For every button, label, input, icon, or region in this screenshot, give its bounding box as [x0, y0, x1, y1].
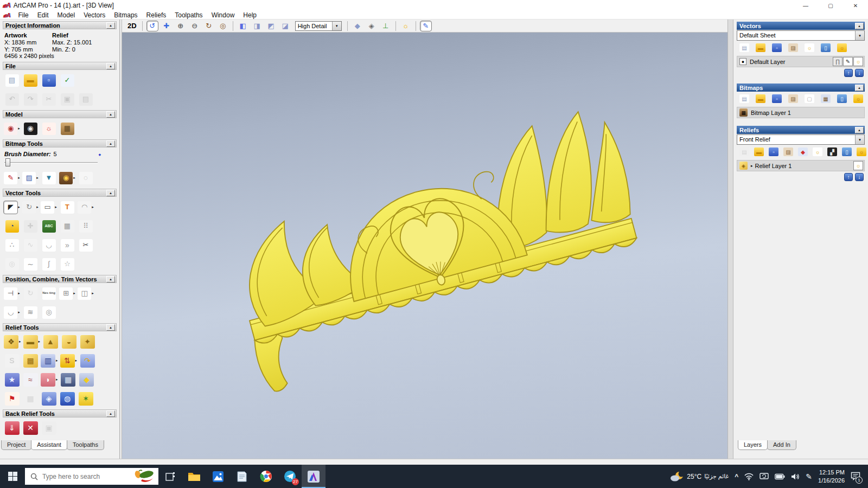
edit-layer-icon[interactable]: ✎	[843, 57, 853, 66]
flyout-arrow-icon[interactable]: ▸	[92, 205, 94, 209]
tab-assistant[interactable]: Assistant	[31, 440, 67, 450]
3d-viewport[interactable]	[122, 33, 727, 459]
delete-bitmap-layer-icon[interactable]: ▯	[836, 93, 848, 104]
transform-vectors-icon[interactable]: ↻▸	[22, 199, 39, 215]
zoom-previous-icon[interactable]: ↻	[202, 20, 215, 32]
pan-view-icon[interactable]: ✚	[160, 20, 173, 32]
move-layer-up-icon[interactable]: ↑	[844, 69, 853, 77]
toggle-sheet-visibility-icon[interactable]: ☼	[803, 42, 815, 53]
weld-vectors-icon[interactable]: ◫▸	[78, 285, 94, 301]
layer-visibility-icon[interactable]: ☼	[853, 57, 863, 66]
node-editing-icon[interactable]: ∴	[4, 237, 20, 253]
pen-icon[interactable]: ✎	[806, 472, 812, 481]
restore-button[interactable]: ▢	[818, 0, 843, 11]
layer-colour-swatch[interactable]: ●	[739, 58, 746, 65]
detail-level-select[interactable]: High Detail ▼	[295, 21, 342, 31]
menu-reliefs[interactable]: Reliefs	[142, 11, 171, 19]
nesting-icon[interactable]: Nes ting	[41, 285, 57, 301]
offset-relief-hex-icon[interactable]: ◆	[79, 371, 95, 388]
telegram-button[interactable]: 27	[278, 465, 302, 488]
greyscale-from-model-icon[interactable]: ◉	[22, 120, 39, 137]
fit-curve-icon[interactable]: ∼	[22, 256, 39, 272]
relief-layer-row[interactable]: ◈ ▸ Relief Layer 1 ☼	[737, 160, 865, 171]
menu-file[interactable]: File	[14, 11, 33, 19]
frame-relief-icon[interactable]: ▦	[22, 390, 39, 407]
notepad-button[interactable]	[230, 465, 254, 488]
relief-envelope-icon[interactable]: ≈	[22, 371, 39, 388]
all-reliefs-visible-icon[interactable]: ☼	[856, 146, 867, 157]
measure-icon[interactable]: ◔	[4, 218, 20, 234]
fluting-icon[interactable]: ≋	[22, 304, 39, 320]
select-vectors-icon[interactable]: ◤▸	[4, 199, 20, 215]
right-splitter[interactable]	[727, 20, 733, 459]
paste-icon[interactable]: ▤	[78, 91, 94, 107]
tab-toolpaths[interactable]: Toolpaths	[67, 440, 104, 450]
lighting-material-icon[interactable]: ☼	[41, 120, 57, 137]
save-bitmap-layer-icon[interactable]: ▫	[771, 93, 783, 104]
close-button[interactable]: ✕	[843, 0, 868, 11]
unwrap-relief-icon[interactable]: ↷	[79, 352, 95, 369]
text-on-curve-icon[interactable]: ↻	[22, 285, 39, 301]
texture-from-image-icon[interactable]: ▦	[59, 120, 75, 137]
model-properties-icon[interactable]: ✓	[59, 72, 75, 88]
save-model-icon[interactable]: ▫	[41, 72, 57, 88]
slider-thumb[interactable]	[5, 158, 10, 166]
vector-layer-row[interactable]: ● Default Layer ∏✎☼	[737, 56, 865, 67]
paste-along-curve-icon[interactable]: ⠿	[78, 218, 94, 234]
chrome-button[interactable]	[254, 465, 278, 488]
collapse-icon[interactable]: ▲	[106, 276, 115, 282]
zoom-objects-icon[interactable]: ◎	[216, 20, 229, 32]
new-model-icon[interactable]: ▤	[4, 72, 20, 88]
collapse-icon[interactable]: ▲	[106, 22, 115, 29]
collapse-icon[interactable]: ▲	[106, 63, 115, 69]
all-bitmaps-visible-icon[interactable]: ☼	[852, 93, 864, 104]
star-relief-icon[interactable]: ★	[4, 371, 20, 388]
expand-arrow-icon[interactable]: ▸	[751, 164, 753, 168]
distort-grid-icon[interactable]: ▦	[59, 218, 75, 234]
chevron-down-icon[interactable]: ▼	[855, 135, 864, 144]
collapse-icon[interactable]: ▲	[855, 85, 864, 91]
move-layer-down-icon[interactable]: ↓	[855, 69, 864, 77]
chevron-down-icon[interactable]: ▼	[332, 22, 341, 30]
join-vectors-icon[interactable]: ◡▸	[4, 304, 20, 320]
light-settings-icon[interactable]: ☼	[399, 20, 412, 32]
new-relief-layer-icon[interactable]: ▤	[738, 146, 750, 157]
flyout-arrow-icon[interactable]: ▸	[18, 205, 20, 209]
open-model-icon[interactable]: ▬	[22, 72, 39, 88]
flyout-arrow-icon[interactable]: ▸	[36, 205, 39, 209]
new-vector-sheet-icon[interactable]: ▤	[738, 42, 750, 53]
tab-layers[interactable]: Layers	[738, 440, 768, 450]
free-sketch-icon[interactable]: ∿	[22, 237, 39, 253]
lock-layer-icon[interactable]: ∏	[833, 57, 843, 66]
isometric-view-2-icon[interactable]: ◨	[251, 20, 264, 32]
align-vectors-icon[interactable]: ⊣▸	[4, 285, 20, 301]
envelope-distort-icon[interactable]: ◠▸	[78, 199, 94, 215]
paint-brush-icon[interactable]: ✎▸	[4, 170, 20, 186]
start-button[interactable]	[0, 465, 25, 488]
merge-vector-layer-icon[interactable]: ▨	[787, 42, 799, 53]
isometric-view-3-icon[interactable]: ◩	[265, 20, 278, 32]
relief-clipart-icon[interactable]: ▥▸	[41, 352, 58, 369]
delete-relief-layer-icon[interactable]: ▯	[841, 146, 853, 157]
flyout-arrow-icon[interactable]: ▸	[18, 310, 20, 314]
move-layer-down-icon[interactable]: ↓	[855, 173, 864, 181]
collapse-icon[interactable]: ▲	[106, 324, 115, 331]
flyout-arrow-icon[interactable]: ▸	[56, 358, 58, 363]
flyout-arrow-icon[interactable]: ▸	[39, 339, 41, 344]
move-layer-up-icon[interactable]: ↑	[844, 173, 853, 181]
collapse-icon[interactable]: ▲	[106, 140, 115, 147]
menu-bitmaps[interactable]: Bitmaps	[110, 11, 142, 19]
save-relief-layer-icon[interactable]: ▫	[768, 146, 780, 157]
weave-wizard-icon[interactable]: ▩	[22, 352, 39, 369]
bitmap-preview-icon[interactable]: ▦	[820, 93, 832, 104]
menu-vectors[interactable]: Vectors	[79, 11, 110, 19]
flyout-arrow-icon[interactable]: ▸	[73, 176, 75, 180]
open-relief-layer-icon[interactable]: ▬	[753, 146, 765, 157]
collapse-icon[interactable]: ▲	[106, 111, 115, 118]
menu-toolpaths[interactable]: Toolpaths	[170, 11, 207, 19]
artcam-taskbar-button[interactable]	[302, 465, 326, 488]
tray-overflow-chevron-icon[interactable]: ^	[735, 473, 738, 480]
flyout-arrow-icon[interactable]: ▸	[19, 339, 21, 344]
vector-texture-icon[interactable]: ◎	[4, 256, 20, 272]
smooth-s-icon[interactable]: S	[4, 352, 20, 369]
